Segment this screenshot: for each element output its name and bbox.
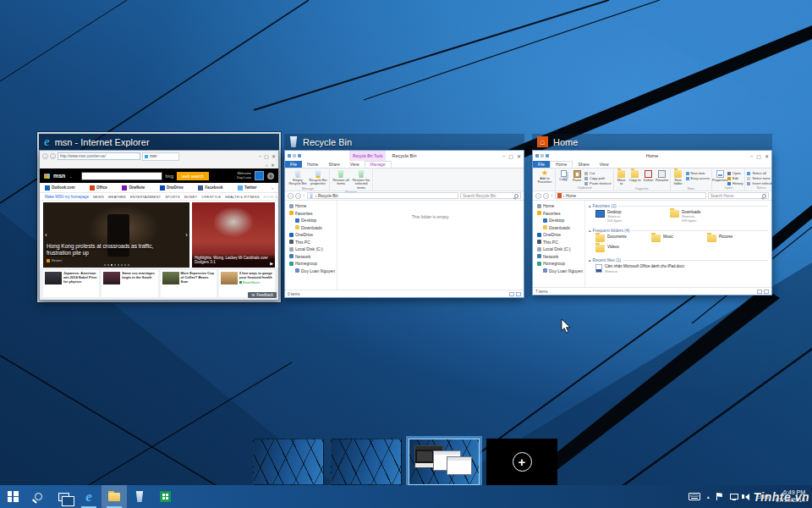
restore-selected-button: Restore the selected items [352,169,370,190]
tab-share: Share [323,161,344,168]
msn-hero-row: ‹ › Hong Kong protests at crossroads as … [40,201,278,268]
hero-headline: Hong Kong protests at crossroads as traf… [47,243,173,257]
new-folder-icon [674,170,682,178]
hidden-icons-chevron[interactable]: ▴ [707,494,710,500]
tab-view: View [595,161,614,168]
nav-item: LIFESTYLE [201,195,221,199]
user-icon [295,268,299,273]
play-icon: ▶ [270,261,273,266]
contextual-tab-label: Recycle Bin Tools [349,151,386,161]
home-folder-icon: ⌂ [537,136,548,147]
view-toggles [509,292,521,296]
explorer-window: Home – ▢ ✕ File Home Share View [532,150,772,295]
task-view-tile-home[interactable]: ⌂ Home Home – ▢ ✕ File Home Share [532,134,772,295]
disk-icon [289,247,294,251]
select-none-icon [747,177,750,180]
section-title: Recent files (1) [593,257,622,262]
restore-all-button: Restore all items [332,169,350,186]
touch-keyboard-icon[interactable] [689,493,700,500]
chevron-down-icon: ⌄ [69,174,72,179]
breadcrumb: › Home [555,192,707,199]
feedback-button: ✉ Feedback [248,292,277,298]
network-icon [537,254,541,258]
flag-pane [14,497,19,502]
clock[interactable]: 6:49 PM 07/10/2014 [776,489,805,504]
network-icon[interactable] [730,494,738,500]
sidebar-item-favorites: Favorites [285,210,337,218]
action-center-flag-icon[interactable] [716,493,723,500]
store-taskbar-button[interactable] [152,485,178,508]
item-size: 500 bytes [607,218,622,223]
task-view-button[interactable] [51,485,76,508]
file-explorer-taskbar-button[interactable] [102,485,127,508]
service-facebook: Facebook [198,185,222,190]
tab-manage: Manage [365,161,392,168]
properties-icon [716,170,724,178]
window-title: Home [533,153,771,158]
task-view-tile-ie[interactable]: e msn - Internet Explorer ‹ › http://www… [39,134,279,301]
nav-item: FOOD & [264,195,278,199]
sidebar-label: Home [543,203,554,208]
explorer-main: Home Favorites Desktop Downloads OneDriv… [285,201,524,290]
browser-tab: msn [142,152,179,161]
carousel-prev-icon: ‹ [45,231,47,239]
volume-icon[interactable] [745,494,749,500]
search-button[interactable] [25,485,51,508]
search-placeholder: Search Recycle Bin [463,194,496,198]
dot [128,264,129,266]
sidebar-item-home: Home [533,202,584,210]
nav-item: MONEY [184,195,198,199]
favorites-star-icon: ★ [271,163,275,168]
recycle-bin-taskbar-button[interactable] [127,485,152,508]
button-label: New folder [672,179,684,186]
move-to-icon [617,170,625,178]
ribbon-group-body: Empty Recycle Bin Recycle Bin properties [288,169,327,186]
sidebar-label: Favorites [295,211,313,216]
system-tray: ▴ ENG 6:49 PM 07/10/2014 [689,485,812,508]
virtual-desktop-1[interactable] [253,439,324,485]
sidebar-label: Homegroup [295,261,317,266]
properties-icon [315,170,322,178]
service-label: Office [96,185,107,190]
folder-icon [651,235,661,242]
tab-view: View [345,161,365,168]
up-icon: ↑ [303,193,305,198]
onedrive-icon [160,185,165,190]
computer-icon [537,240,541,244]
ribbon-group-body: Restore all items Restore the selected i… [332,169,370,190]
sidebar-label: Downloads [301,225,322,230]
dot [107,264,109,266]
carousel-dots [43,264,189,266]
home-window-thumbnail: Home – ▢ ✕ File Home Share View [532,150,772,295]
onedrive-icon [537,233,541,237]
sidebar-label: OneDrive [543,232,561,237]
start-button[interactable] [0,485,25,508]
qat-icon [535,154,539,157]
task-view-tile-recycle-bin[interactable]: Recycle Bin Recycle Bin Recycle Bin Tool… [284,134,524,298]
tab-home: Home [550,161,573,168]
add-desktop-button[interactable]: + [486,439,557,485]
easy-access-icon [686,177,689,180]
language-indicator[interactable]: ENG [756,494,769,500]
envelope-icon: ✉ [251,293,255,297]
copy-to-icon [631,170,639,178]
virtual-desktop-2[interactable] [331,439,402,485]
file-explorer-icon [108,493,120,501]
virtual-desktop-3-active[interactable] [409,439,480,485]
sidebar-item-favorites: Favorites [533,210,584,218]
ribbon-tabs: File Home Share View Manage [285,161,524,168]
task-view-icon [58,493,69,501]
internet-explorer-taskbar-button[interactable]: e [76,485,102,508]
flag-pane [14,491,19,496]
home-folder-icon [557,193,562,198]
network-icon [289,254,294,258]
button-label: Copy [559,178,567,181]
more-services-icon: › [272,185,273,190]
mini-titlebar [447,457,471,461]
window-caption: Recycle Bin Recycle Bin Tools – ▢ ✕ [285,151,524,161]
quick-access-toolbar [535,154,549,157]
dot [104,264,106,266]
nav-item: ENTERTAINMENT [130,195,161,199]
item-size: 949 bytes [682,218,700,223]
home-icon [537,204,541,208]
